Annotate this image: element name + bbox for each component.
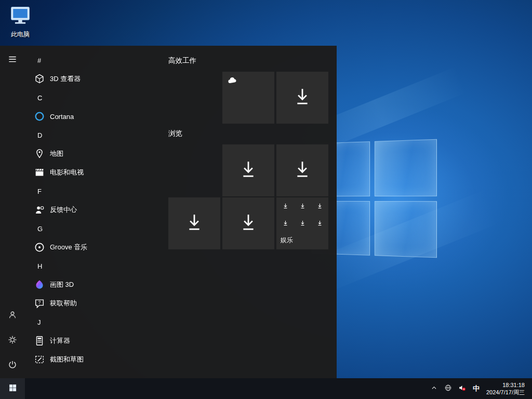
download-arrow-icon [183,211,205,235]
screen: 此电脑 [0,0,532,399]
clock-date: 2024/7/17/周三 [486,389,525,396]
download-arrow-icon [237,211,259,235]
tile-area: 高效工作 浏览 [0,46,337,378]
tile-pending-install[interactable] [168,197,220,249]
tile-pending-install[interactable] [222,197,274,249]
tile-group-header-browse[interactable]: 浏览 [168,128,182,139]
volume-muted-icon [458,383,467,394]
pending-install-mini-icons [282,203,324,227]
volume-button[interactable] [455,378,469,399]
tile-folder-entertainment[interactable]: 娱乐 [276,197,328,249]
tile-pending-install[interactable] [276,72,328,124]
clock-time: 18:31:18 [486,381,525,389]
ime-indicator[interactable]: 中 [469,378,483,399]
onedrive-cloud-icon [227,76,237,86]
globe-network-icon [444,383,453,394]
system-tray: 中 18:31:18 2024/7/17/周三 [427,378,532,399]
desktop-icon-label: 此电脑 [5,30,35,39]
start-menu: # 3D 查看器 C Cortana D 地图 [0,46,337,378]
download-arrow-icon [291,86,313,110]
chevron-up-icon [430,383,438,394]
tray-overflow-button[interactable] [427,378,441,399]
tile-pending-install[interactable] [222,144,274,196]
start-button[interactable] [0,378,25,399]
tile-onedrive[interactable] [222,72,274,124]
taskbar: 中 18:31:18 2024/7/17/周三 [0,378,532,399]
download-arrow-icon [291,158,313,182]
tile-pending-install[interactable] [276,144,328,196]
network-button[interactable] [441,378,455,399]
download-arrow-icon [237,158,259,182]
tile-group-header-entertainment: 娱乐 [281,236,293,245]
desktop-icon-this-pc[interactable]: 此电脑 [5,4,35,39]
windows-logo-icon [8,383,17,394]
this-pc-icon [9,20,32,29]
tile-group-header-productivity[interactable]: 高效工作 [168,55,196,66]
taskbar-clock[interactable]: 18:31:18 2024/7/17/周三 [483,381,529,396]
